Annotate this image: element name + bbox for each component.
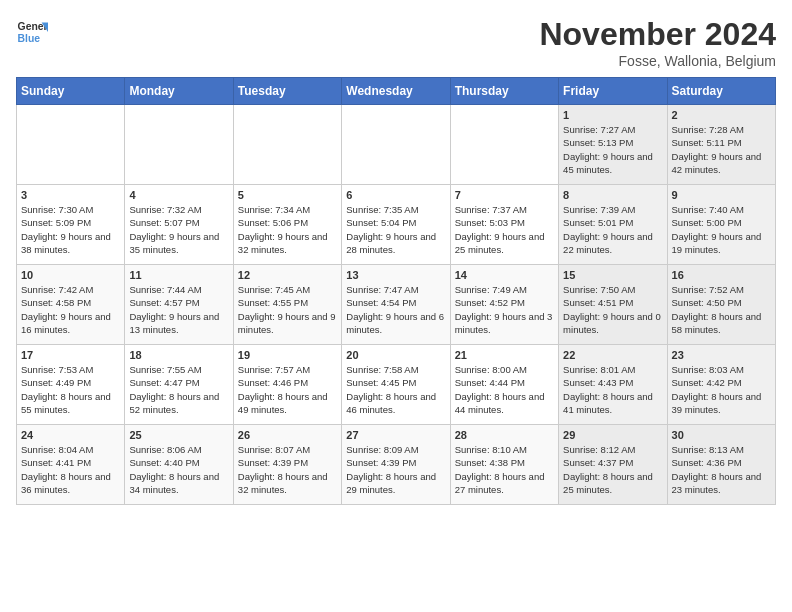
day-info: Sunrise: 7:37 AM Sunset: 5:03 PM Dayligh… [455, 203, 554, 256]
day-info: Sunrise: 7:39 AM Sunset: 5:01 PM Dayligh… [563, 203, 662, 256]
table-row: 15Sunrise: 7:50 AM Sunset: 4:51 PM Dayli… [559, 265, 667, 345]
day-info: Sunrise: 7:53 AM Sunset: 4:49 PM Dayligh… [21, 363, 120, 416]
table-row: 9Sunrise: 7:40 AM Sunset: 5:00 PM Daylig… [667, 185, 775, 265]
day-number: 27 [346, 429, 445, 441]
day-info: Sunrise: 7:44 AM Sunset: 4:57 PM Dayligh… [129, 283, 228, 336]
table-row: 11Sunrise: 7:44 AM Sunset: 4:57 PM Dayli… [125, 265, 233, 345]
day-number: 29 [563, 429, 662, 441]
header-tuesday: Tuesday [233, 78, 341, 105]
location-subtitle: Fosse, Wallonia, Belgium [539, 53, 776, 69]
table-row: 2Sunrise: 7:28 AM Sunset: 5:11 PM Daylig… [667, 105, 775, 185]
day-number: 16 [672, 269, 771, 281]
calendar-body: 1Sunrise: 7:27 AM Sunset: 5:13 PM Daylig… [17, 105, 776, 505]
day-number: 13 [346, 269, 445, 281]
day-info: Sunrise: 7:55 AM Sunset: 4:47 PM Dayligh… [129, 363, 228, 416]
day-number: 18 [129, 349, 228, 361]
day-info: Sunrise: 8:06 AM Sunset: 4:40 PM Dayligh… [129, 443, 228, 496]
header-wednesday: Wednesday [342, 78, 450, 105]
day-number: 15 [563, 269, 662, 281]
table-row: 19Sunrise: 7:57 AM Sunset: 4:46 PM Dayli… [233, 345, 341, 425]
day-info: Sunrise: 7:52 AM Sunset: 4:50 PM Dayligh… [672, 283, 771, 336]
day-info: Sunrise: 7:47 AM Sunset: 4:54 PM Dayligh… [346, 283, 445, 336]
day-number: 1 [563, 109, 662, 121]
table-row: 23Sunrise: 8:03 AM Sunset: 4:42 PM Dayli… [667, 345, 775, 425]
day-info: Sunrise: 8:09 AM Sunset: 4:39 PM Dayligh… [346, 443, 445, 496]
day-info: Sunrise: 8:13 AM Sunset: 4:36 PM Dayligh… [672, 443, 771, 496]
table-row: 14Sunrise: 7:49 AM Sunset: 4:52 PM Dayli… [450, 265, 558, 345]
month-title: November 2024 [539, 16, 776, 53]
day-number: 8 [563, 189, 662, 201]
day-info: Sunrise: 7:35 AM Sunset: 5:04 PM Dayligh… [346, 203, 445, 256]
table-row: 17Sunrise: 7:53 AM Sunset: 4:49 PM Dayli… [17, 345, 125, 425]
day-number: 26 [238, 429, 337, 441]
table-row: 27Sunrise: 8:09 AM Sunset: 4:39 PM Dayli… [342, 425, 450, 505]
day-info: Sunrise: 8:03 AM Sunset: 4:42 PM Dayligh… [672, 363, 771, 416]
table-row: 28Sunrise: 8:10 AM Sunset: 4:38 PM Dayli… [450, 425, 558, 505]
day-number: 30 [672, 429, 771, 441]
table-row [125, 105, 233, 185]
table-row: 29Sunrise: 8:12 AM Sunset: 4:37 PM Dayli… [559, 425, 667, 505]
day-number: 7 [455, 189, 554, 201]
table-row: 25Sunrise: 8:06 AM Sunset: 4:40 PM Dayli… [125, 425, 233, 505]
table-row [342, 105, 450, 185]
day-info: Sunrise: 7:42 AM Sunset: 4:58 PM Dayligh… [21, 283, 120, 336]
table-row: 6Sunrise: 7:35 AM Sunset: 5:04 PM Daylig… [342, 185, 450, 265]
header-thursday: Thursday [450, 78, 558, 105]
table-row: 13Sunrise: 7:47 AM Sunset: 4:54 PM Dayli… [342, 265, 450, 345]
day-info: Sunrise: 7:27 AM Sunset: 5:13 PM Dayligh… [563, 123, 662, 176]
page-header: General Blue November 2024 Fosse, Wallon… [16, 16, 776, 69]
table-row: 16Sunrise: 7:52 AM Sunset: 4:50 PM Dayli… [667, 265, 775, 345]
day-info: Sunrise: 7:58 AM Sunset: 4:45 PM Dayligh… [346, 363, 445, 416]
day-number: 6 [346, 189, 445, 201]
table-row: 10Sunrise: 7:42 AM Sunset: 4:58 PM Dayli… [17, 265, 125, 345]
table-row: 4Sunrise: 7:32 AM Sunset: 5:07 PM Daylig… [125, 185, 233, 265]
header-saturday: Saturday [667, 78, 775, 105]
day-number: 4 [129, 189, 228, 201]
logo-icon: General Blue [16, 16, 48, 48]
day-number: 5 [238, 189, 337, 201]
day-info: Sunrise: 7:45 AM Sunset: 4:55 PM Dayligh… [238, 283, 337, 336]
table-row: 3Sunrise: 7:30 AM Sunset: 5:09 PM Daylig… [17, 185, 125, 265]
day-number: 12 [238, 269, 337, 281]
day-number: 24 [21, 429, 120, 441]
day-info: Sunrise: 8:10 AM Sunset: 4:38 PM Dayligh… [455, 443, 554, 496]
day-info: Sunrise: 7:28 AM Sunset: 5:11 PM Dayligh… [672, 123, 771, 176]
day-number: 20 [346, 349, 445, 361]
day-info: Sunrise: 8:07 AM Sunset: 4:39 PM Dayligh… [238, 443, 337, 496]
table-row [233, 105, 341, 185]
table-row: 8Sunrise: 7:39 AM Sunset: 5:01 PM Daylig… [559, 185, 667, 265]
day-info: Sunrise: 7:50 AM Sunset: 4:51 PM Dayligh… [563, 283, 662, 336]
day-number: 23 [672, 349, 771, 361]
day-info: Sunrise: 8:04 AM Sunset: 4:41 PM Dayligh… [21, 443, 120, 496]
day-number: 25 [129, 429, 228, 441]
calendar-header: Sunday Monday Tuesday Wednesday Thursday… [17, 78, 776, 105]
header-sunday: Sunday [17, 78, 125, 105]
day-number: 3 [21, 189, 120, 201]
title-area: November 2024 Fosse, Wallonia, Belgium [539, 16, 776, 69]
day-number: 21 [455, 349, 554, 361]
day-info: Sunrise: 7:57 AM Sunset: 4:46 PM Dayligh… [238, 363, 337, 416]
table-row: 21Sunrise: 8:00 AM Sunset: 4:44 PM Dayli… [450, 345, 558, 425]
day-info: Sunrise: 8:12 AM Sunset: 4:37 PM Dayligh… [563, 443, 662, 496]
day-number: 10 [21, 269, 120, 281]
logo: General Blue [16, 16, 48, 48]
table-row: 30Sunrise: 8:13 AM Sunset: 4:36 PM Dayli… [667, 425, 775, 505]
day-number: 17 [21, 349, 120, 361]
table-row: 22Sunrise: 8:01 AM Sunset: 4:43 PM Dayli… [559, 345, 667, 425]
table-row: 18Sunrise: 7:55 AM Sunset: 4:47 PM Dayli… [125, 345, 233, 425]
table-row: 24Sunrise: 8:04 AM Sunset: 4:41 PM Dayli… [17, 425, 125, 505]
svg-text:Blue: Blue [18, 33, 41, 44]
day-number: 14 [455, 269, 554, 281]
day-info: Sunrise: 8:00 AM Sunset: 4:44 PM Dayligh… [455, 363, 554, 416]
table-row: 1Sunrise: 7:27 AM Sunset: 5:13 PM Daylig… [559, 105, 667, 185]
table-row: 26Sunrise: 8:07 AM Sunset: 4:39 PM Dayli… [233, 425, 341, 505]
table-row: 12Sunrise: 7:45 AM Sunset: 4:55 PM Dayli… [233, 265, 341, 345]
table-row: 7Sunrise: 7:37 AM Sunset: 5:03 PM Daylig… [450, 185, 558, 265]
table-row [450, 105, 558, 185]
day-number: 22 [563, 349, 662, 361]
calendar-table: Sunday Monday Tuesday Wednesday Thursday… [16, 77, 776, 505]
day-number: 28 [455, 429, 554, 441]
table-row: 20Sunrise: 7:58 AM Sunset: 4:45 PM Dayli… [342, 345, 450, 425]
day-number: 11 [129, 269, 228, 281]
day-info: Sunrise: 7:49 AM Sunset: 4:52 PM Dayligh… [455, 283, 554, 336]
